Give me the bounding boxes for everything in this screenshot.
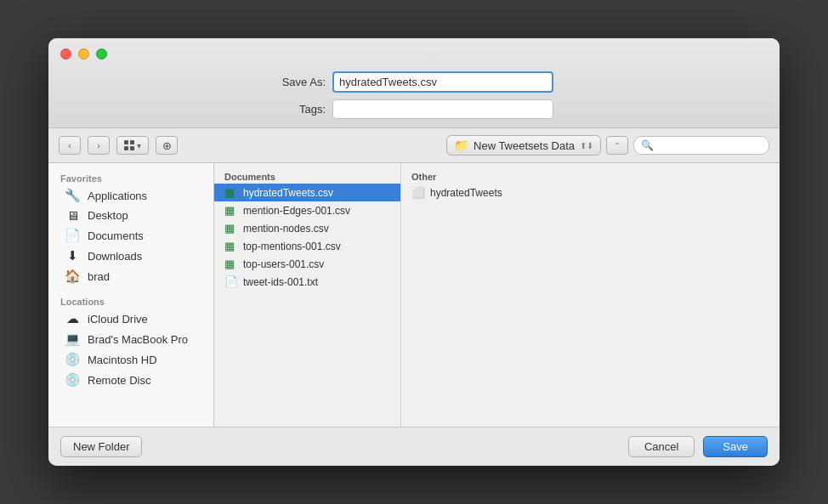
downloads-icon: ⬇ (64, 248, 81, 263)
csv-icon: ▦ (224, 240, 238, 252)
back-button[interactable]: ‹ (59, 136, 81, 155)
bottom-bar: New Folder Cancel Save (48, 427, 780, 466)
sidebar-item-documents-label: Documents (88, 229, 144, 242)
save-as-label: Save As: (258, 76, 326, 88)
chevron-up-icon: ⌃ (614, 141, 621, 150)
folder-icon: 📁 (454, 139, 468, 152)
file-name: top-mentions-001.csv (243, 241, 341, 252)
file-item-top-mentions[interactable]: ▦ top-mentions-001.csv (214, 237, 400, 255)
macintosh-icon: 💿 (64, 352, 81, 367)
file-item-top-users[interactable]: ▦ top-users-001.csv (214, 255, 400, 273)
file-name: mention-nodes.csv (243, 223, 329, 235)
tags-input[interactable] (332, 99, 553, 119)
documents-icon: 📄 (64, 228, 81, 243)
icloud-icon: ☁ (64, 311, 81, 326)
tags-row: Tags: (60, 99, 768, 119)
action-buttons: Cancel Save (628, 436, 768, 457)
desktop-icon: 🖥 (64, 208, 81, 223)
sidebar-item-desktop-label: Desktop (88, 209, 128, 222)
sidebar-item-remote[interactable]: 💿 Remote Disc (52, 370, 210, 390)
file-icon: ⬜ (411, 186, 425, 199)
new-folder-toolbar-button[interactable]: ⊕ (156, 136, 178, 155)
file-item-hydratedtweets-csv[interactable]: ▦ hydratedTweets.csv (214, 184, 400, 201)
sidebar-item-brad[interactable]: 🏠 brad (52, 266, 210, 286)
csv-icon: ▦ (224, 204, 238, 217)
view-button[interactable]: ▾ (116, 136, 149, 155)
forward-button[interactable]: › (88, 136, 110, 155)
sidebar-item-brad-label: brad (88, 270, 110, 283)
other-column: Other ⬜ hydratedTweets (401, 163, 780, 427)
txt-icon: 📄 (224, 275, 238, 288)
other-section-label: Other (401, 168, 780, 184)
documents-section-label: Documents (214, 168, 400, 184)
sidebar-item-applications[interactable]: 🔧 Applications (52, 185, 210, 206)
sidebar-item-desktop[interactable]: 🖥 Desktop (52, 206, 210, 225)
locations-label: Locations (48, 293, 213, 309)
new-folder-button[interactable]: New Folder (60, 436, 142, 457)
file-name: hydratedTweets (430, 187, 502, 199)
content-area: Favorites 🔧 Applications 🖥 Desktop 📄 Doc… (48, 163, 780, 427)
forward-icon: › (97, 140, 100, 150)
maximize-button[interactable] (96, 48, 107, 59)
search-box[interactable]: 🔍 (633, 136, 769, 155)
sidebar-item-downloads-label: Downloads (88, 250, 142, 263)
toolbar: ‹ › ▾ ⊕ 📁 New Tweetsets Data ⬆⬇ ⌃ (48, 128, 780, 163)
csv-icon: ▦ (224, 186, 238, 199)
file-name: tweet-ids-001.txt (243, 276, 318, 288)
sidebar-item-macintosh-label: Macintosh HD (88, 354, 157, 366)
file-name: hydratedTweets.csv (243, 187, 333, 199)
file-item-tweet-ids[interactable]: 📄 tweet-ids-001.txt (214, 273, 400, 291)
documents-column: Documents ▦ hydratedTweets.csv ▦ mention… (214, 163, 401, 427)
location-dropdown: 📁 New Tweetsets Data ⬆⬇ ⌃ 🔍 (446, 135, 769, 156)
csv-icon: ▦ (224, 222, 238, 235)
title-bar: Save As: Tags: (48, 38, 780, 128)
grid-view-icon (124, 140, 134, 150)
location-select[interactable]: 📁 New Tweetsets Data ⬆⬇ (446, 135, 601, 156)
save-as-input[interactable] (332, 71, 553, 93)
minimize-button[interactable] (78, 48, 89, 59)
save-button[interactable]: Save (703, 436, 768, 457)
applications-icon: 🔧 (64, 188, 81, 203)
cancel-button[interactable]: Cancel (628, 436, 695, 457)
sidebar-item-macbook-label: Brad's MacBook Pro (88, 333, 188, 346)
tags-label: Tags: (258, 103, 326, 116)
sidebar-item-macintosh[interactable]: 💿 Macintosh HD (52, 349, 210, 370)
chevron-updown-icon: ⬆⬇ (580, 141, 593, 150)
file-item-mention-nodes[interactable]: ▦ mention-nodes.csv (214, 219, 400, 237)
search-icon: 🔍 (641, 139, 654, 151)
sidebar-item-applications-label: Applications (88, 190, 147, 202)
file-item-mention-edges[interactable]: ▦ mention-Edges-001.csv (214, 201, 400, 219)
chevron-down-icon: ▾ (137, 141, 141, 150)
location-label: New Tweetsets Data (474, 139, 575, 152)
file-name: mention-Edges-001.csv (243, 205, 350, 217)
sidebar-item-downloads[interactable]: ⬇ Downloads (52, 246, 210, 266)
file-browser: Documents ▦ hydratedTweets.csv ▦ mention… (214, 163, 780, 427)
save-as-row: Save As: (60, 71, 768, 93)
close-button[interactable] (60, 48, 71, 59)
sidebar-item-remote-label: Remote Disc (88, 374, 150, 387)
sidebar: Favorites 🔧 Applications 🖥 Desktop 📄 Doc… (48, 163, 214, 427)
traffic-lights (60, 48, 768, 59)
favorites-label: Favorites (48, 170, 213, 185)
csv-icon: ▦ (224, 258, 238, 270)
home-icon: 🏠 (64, 269, 81, 284)
remote-disc-icon: 💿 (64, 372, 81, 388)
file-item-hydratedtweets[interactable]: ⬜ hydratedTweets (401, 184, 780, 201)
save-dialog-window: Save As: Tags: ‹ › ▾ ⊕ (48, 38, 780, 466)
sidebar-item-icloud[interactable]: ☁ iCloud Drive (52, 309, 210, 329)
collapse-button[interactable]: ⌃ (606, 136, 628, 155)
sidebar-item-macbook[interactable]: 💻 Brad's MacBook Pro (52, 329, 210, 349)
sidebar-item-icloud-label: iCloud Drive (88, 313, 148, 326)
sidebar-item-documents[interactable]: 📄 Documents (52, 225, 210, 246)
file-name: top-users-001.csv (243, 258, 324, 270)
new-folder-icon: ⊕ (162, 139, 172, 152)
back-icon: ‹ (68, 140, 71, 150)
macbook-icon: 💻 (64, 331, 81, 347)
